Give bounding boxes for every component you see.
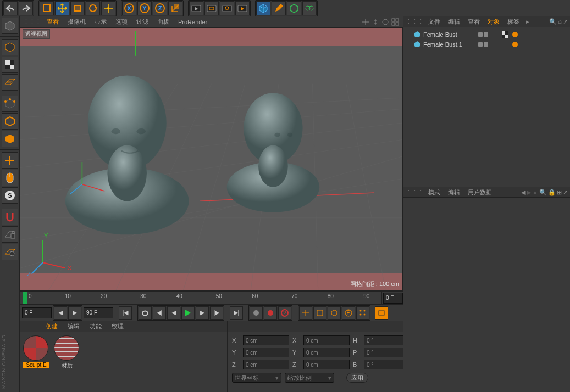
- popup-icon[interactable]: ↗: [563, 18, 568, 25]
- workplane-auto-button[interactable]: [2, 244, 18, 260]
- nav-fwd-icon[interactable]: ▶: [527, 189, 531, 196]
- viewport-menu-prorender[interactable]: ProRender: [175, 18, 211, 26]
- menu-handle-icon[interactable]: ⋮⋮⋮: [406, 189, 424, 196]
- redo-button[interactable]: [19, 1, 33, 15]
- render-button[interactable]: [189, 1, 203, 15]
- texture-mode-button[interactable]: [2, 57, 18, 73]
- play-back-button[interactable]: ◀|: [153, 306, 166, 320]
- goto-start-button[interactable]: |◀: [119, 306, 132, 320]
- phong-tag-icon[interactable]: [511, 31, 519, 38]
- key-param-button[interactable]: P: [342, 306, 355, 320]
- record-button[interactable]: [250, 306, 263, 320]
- obj-menu-edit[interactable]: 编辑: [445, 16, 463, 27]
- make-editable-button[interactable]: [2, 18, 18, 34]
- start-frame-field[interactable]: 0 F: [22, 307, 52, 318]
- phong-tag-icon[interactable]: [511, 41, 519, 48]
- viewport-solo-button[interactable]: S: [2, 187, 18, 204]
- coord-sz-field[interactable]: 0 cm: [303, 360, 350, 369]
- vp-nav-rotate-icon[interactable]: [381, 18, 390, 26]
- object-row[interactable]: Female Bust: [406, 30, 568, 40]
- mouse-mode-button[interactable]: [2, 170, 18, 186]
- apply-button[interactable]: 应用: [346, 373, 368, 383]
- viewport-menu-display[interactable]: 显示: [91, 16, 110, 27]
- object-row[interactable]: Female Bust.1: [406, 40, 568, 49]
- new-window-icon[interactable]: ⊞: [557, 189, 562, 196]
- axis-z-button[interactable]: Z: [153, 1, 167, 15]
- undo-button[interactable]: [3, 1, 18, 15]
- edges-mode-button[interactable]: [2, 113, 18, 130]
- workplane-lock-button[interactable]: [2, 226, 18, 243]
- obj-menu-file[interactable]: 文件: [425, 16, 444, 27]
- deformer-button[interactable]: [287, 1, 301, 15]
- add-primitive-button[interactable]: [256, 1, 270, 15]
- timeline[interactable]: 0 10 20 30 40 50 60 70 80 90 0 F: [20, 291, 403, 304]
- mat-tab-func[interactable]: 功能: [85, 321, 106, 332]
- workplane-mode-button[interactable]: [2, 74, 18, 91]
- menu-handle-icon[interactable]: ⋮⋮⋮: [22, 323, 40, 330]
- search-icon[interactable]: 🔍: [539, 189, 547, 196]
- popup-icon[interactable]: ↗: [563, 189, 568, 196]
- obj-menu-tags[interactable]: 标签: [504, 16, 523, 27]
- model-mode-button[interactable]: [2, 39, 18, 55]
- coord-sx-field[interactable]: 0 cm: [303, 335, 350, 345]
- generators-button[interactable]: [302, 1, 317, 15]
- render-queue-button[interactable]: [235, 1, 250, 15]
- move-tool-button[interactable]: [55, 1, 69, 15]
- nav-up-icon[interactable]: ▲: [532, 189, 538, 196]
- step-fwd-button[interactable]: ▶: [196, 306, 209, 320]
- obj-menu-view[interactable]: 查看: [464, 16, 483, 27]
- mat-tab-tex[interactable]: 纹理: [107, 321, 128, 332]
- live-select-button[interactable]: [40, 1, 54, 15]
- viewport-perspective[interactable]: 透视视图: [20, 27, 403, 291]
- render-settings-button[interactable]: [220, 1, 234, 15]
- object-name[interactable]: Female Bust.1: [423, 41, 476, 48]
- home-icon[interactable]: ⌂: [558, 18, 562, 25]
- attr-menu-edit[interactable]: 编辑: [445, 187, 463, 198]
- attribute-manager[interactable]: [403, 198, 570, 392]
- timeline-window-button[interactable]: [375, 306, 388, 320]
- coord-space-dropdown[interactable]: 世界坐标▾: [232, 373, 281, 383]
- nav-back-icon[interactable]: ◀: [521, 189, 525, 196]
- step-back-button[interactable]: ◀: [167, 306, 180, 320]
- render-region-button[interactable]: [204, 1, 219, 15]
- viewport-menu-camera[interactable]: 摄像机: [64, 16, 89, 27]
- end-frame-field[interactable]: 90 F: [84, 307, 113, 318]
- viewport-menu-filter[interactable]: 过滤: [133, 16, 152, 27]
- attr-menu-userdata[interactable]: 用户数据: [464, 187, 495, 198]
- vp-nav-move-icon[interactable]: [361, 18, 370, 26]
- object-name[interactable]: Female Bust: [423, 31, 476, 38]
- recent-tool-button[interactable]: [101, 1, 115, 15]
- menu-handle-icon[interactable]: ⋮⋮⋮: [231, 323, 249, 330]
- obj-menu-object[interactable]: 对象: [484, 16, 503, 27]
- snap-button[interactable]: [2, 209, 18, 225]
- viewport-menu-view[interactable]: 查看: [43, 16, 62, 27]
- menu-handle-icon[interactable]: ⋮⋮⋮: [406, 18, 424, 25]
- autokey-button[interactable]: [264, 306, 277, 320]
- coord-sy-field[interactable]: 0 cm: [303, 348, 350, 357]
- axis-y-button[interactable]: Y: [137, 1, 152, 15]
- mat-tab-create[interactable]: 创建: [41, 321, 62, 332]
- attr-menu-mode[interactable]: 模式: [425, 187, 444, 198]
- search-icon[interactable]: 🔍: [549, 18, 557, 25]
- material-item[interactable]: 材质: [54, 335, 80, 369]
- next-range-button[interactable]: ▶: [68, 306, 81, 320]
- timeline-end-field[interactable]: 0 F: [383, 293, 403, 304]
- play-button[interactable]: [181, 306, 195, 320]
- loop-button[interactable]: [139, 306, 152, 320]
- material-item[interactable]: Sculpt E: [23, 335, 49, 368]
- key-rot-button[interactable]: [328, 306, 341, 320]
- object-manager[interactable]: Female Bust Female Bust.1: [403, 27, 570, 187]
- key-scale-button[interactable]: [313, 306, 326, 320]
- viewport-menu-options[interactable]: 选项: [112, 16, 131, 27]
- mat-tab-edit[interactable]: 编辑: [63, 321, 84, 332]
- coord-scalemode-dropdown[interactable]: 缩放比例▾: [285, 373, 334, 383]
- coord-pz-field[interactable]: 0 cm: [243, 360, 289, 369]
- goto-end-button[interactable]: ▶|: [230, 306, 243, 320]
- pencil-button[interactable]: [272, 1, 286, 15]
- coord-sys-button[interactable]: [168, 1, 182, 15]
- coord-px-field[interactable]: 0 cm: [243, 335, 289, 345]
- points-mode-button[interactable]: [2, 96, 18, 112]
- menu-handle-icon[interactable]: ⋮⋮⋮: [23, 18, 41, 25]
- rotate-tool-button[interactable]: [86, 1, 100, 15]
- coord-py-field[interactable]: 0 cm: [243, 348, 289, 357]
